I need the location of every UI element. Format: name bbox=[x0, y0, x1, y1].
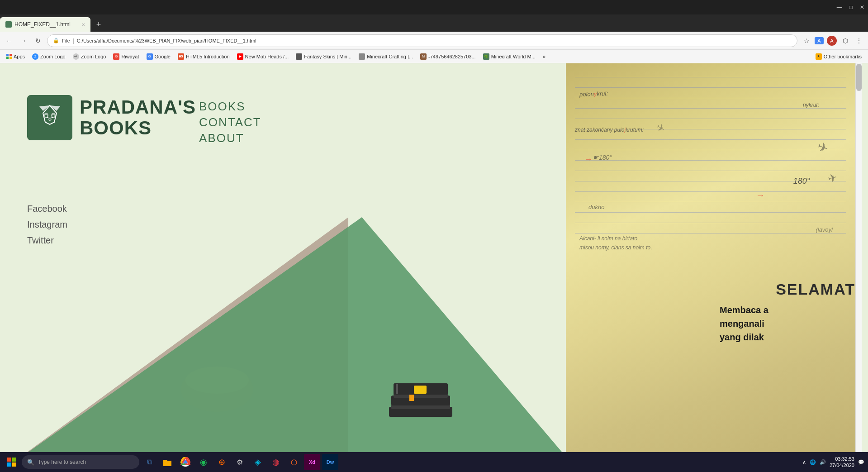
bookmark-mobheads-label: New Mob Heads /... bbox=[245, 54, 289, 59]
nav-contact[interactable]: CONTACT bbox=[199, 115, 261, 129]
tab-favicon bbox=[5, 21, 12, 28]
url-protocol: File bbox=[62, 38, 70, 43]
title-bar: — □ ✕ bbox=[0, 0, 868, 14]
bookmark-crafting[interactable]: Minecraft Crafting |... bbox=[356, 52, 416, 61]
volume-icon[interactable]: 🔊 bbox=[820, 459, 826, 465]
bookmark-mobheads[interactable]: ▶ New Mob Heads /... bbox=[234, 52, 292, 61]
svg-rect-24 bbox=[7, 462, 11, 467]
toolbar-icons: ☆ A A ⬡ ⋮ bbox=[801, 35, 864, 46]
bookmark-mcworld-label: Minecraft World M... bbox=[491, 54, 536, 59]
bookmark-html5[interactable]: H5 HTML5 Introduction bbox=[175, 52, 232, 61]
url-text: C:/Users/alfia/Documents/%23WEB_PIAN_FIX… bbox=[77, 38, 256, 43]
back-btn[interactable]: ← bbox=[4, 35, 14, 46]
taskbar-xd[interactable]: Xd bbox=[304, 454, 320, 470]
close-btn[interactable]: ✕ bbox=[860, 4, 864, 10]
bookmark-google-label: Google bbox=[155, 54, 171, 59]
webpage: polonykrul: nykrut: znat zakončany puloj… bbox=[0, 63, 868, 472]
bookmark-more-label: » bbox=[543, 54, 545, 59]
taskbar: 🔍 Type here to search ⧉ ◉ ⊕ ⚙ ◈ ◍ ⬡ Xd D… bbox=[0, 452, 868, 472]
bookmark-mcworld[interactable]: 🌿 Minecraft World M... bbox=[480, 52, 538, 61]
twitter-link[interactable]: Twitter bbox=[27, 235, 67, 246]
taskbar-app8[interactable]: ◍ bbox=[268, 454, 284, 470]
taskbar-chrome[interactable] bbox=[177, 454, 194, 470]
bookmark-other[interactable]: ★ Other bookmarks bbox=[813, 52, 864, 61]
taskbar-app4[interactable]: ◉ bbox=[195, 454, 212, 470]
taskbar-app5[interactable]: ⊕ bbox=[213, 454, 230, 470]
taskbar-steam[interactable]: ⚙ bbox=[232, 454, 248, 470]
nav-about[interactable]: ABOUT bbox=[199, 131, 261, 145]
start-button[interactable] bbox=[4, 454, 20, 470]
tray-chevron[interactable]: ∧ bbox=[802, 459, 806, 465]
bookmarks-bar: Apps Z Zoom Logo ↩ Zoom Logo G Riwayat G… bbox=[0, 50, 868, 63]
svg-marker-13 bbox=[47, 119, 52, 121]
search-bar[interactable]: 🔍 Type here to search bbox=[22, 455, 139, 469]
taskbar-dw[interactable]: Dw bbox=[322, 454, 338, 470]
bookmark-riwayat[interactable]: G Riwayat bbox=[110, 52, 142, 61]
minimize-btn[interactable]: — bbox=[837, 4, 842, 10]
book-stack-area bbox=[384, 371, 457, 427]
sub-text-line1: Membaca a bbox=[720, 303, 855, 317]
bookmark-zoom1-label: Zoom Logo bbox=[40, 54, 66, 59]
clock[interactable]: 03:32:53 27/04/2020 bbox=[830, 456, 854, 469]
new-tab-btn[interactable]: + bbox=[90, 17, 107, 32]
bookmark-riwayat-label: Riwayat bbox=[121, 54, 139, 59]
bookmark-more[interactable]: » bbox=[540, 53, 548, 60]
tab-close-btn[interactable]: ✕ bbox=[81, 22, 85, 27]
network-icon[interactable]: 🌐 bbox=[810, 459, 816, 465]
brand-name-line1: PRADANA'S bbox=[80, 97, 196, 118]
taskbar-task-view[interactable]: ⧉ bbox=[141, 454, 157, 470]
svg-point-12 bbox=[52, 115, 55, 117]
sub-text: Membaca a menganali yang dilak bbox=[720, 303, 855, 344]
svg-point-11 bbox=[45, 115, 47, 117]
bookmark-num-label: -749756462825703... bbox=[428, 54, 476, 59]
extensions-btn[interactable]: ⬡ bbox=[840, 35, 851, 46]
svg-marker-8 bbox=[50, 105, 60, 111]
scrollbar[interactable] bbox=[855, 63, 862, 472]
tab-bar: HOME_FIXED__1.html ✕ + bbox=[0, 14, 868, 32]
bookmark-apps[interactable]: Apps bbox=[4, 53, 28, 60]
maximize-btn[interactable]: □ bbox=[849, 4, 853, 10]
bookmark-zoom2[interactable]: ↩ Zoom Logo bbox=[70, 52, 109, 61]
svg-rect-21 bbox=[396, 384, 398, 394]
url-protocol-icon: 🔒 bbox=[53, 38, 59, 43]
windows-logo-icon bbox=[7, 458, 16, 467]
bookmark-zoom1[interactable]: Z Zoom Logo bbox=[29, 52, 68, 61]
svg-marker-7 bbox=[39, 105, 50, 111]
taskbar-file-explorer[interactable] bbox=[159, 454, 175, 470]
active-tab[interactable]: HOME_FIXED__1.html ✕ bbox=[0, 17, 90, 32]
taskbar-app7[interactable]: ◈ bbox=[250, 454, 266, 470]
translate-btn[interactable]: A bbox=[815, 37, 824, 44]
nav-books[interactable]: BOOKS bbox=[199, 100, 261, 114]
bookmark-num[interactable]: M -749756462825703... bbox=[417, 52, 479, 61]
tab-title: HOME_FIXED__1.html bbox=[14, 21, 71, 28]
page-content: polonykrul: nykrut: znat zakončany puloj… bbox=[0, 63, 862, 472]
nav-menu: BOOKS CONTACT ABOUT bbox=[199, 100, 261, 145]
star-btn[interactable]: ☆ bbox=[801, 35, 812, 46]
profile-btn[interactable]: A bbox=[826, 35, 837, 46]
chrome-icon bbox=[180, 457, 190, 467]
book-stack-icon bbox=[384, 371, 457, 425]
system-tray: ∧ 🌐 🔊 03:32:53 27/04/2020 💬 bbox=[802, 456, 864, 469]
forward-btn[interactable]: → bbox=[18, 35, 29, 46]
bookmark-google[interactable]: G Google bbox=[144, 52, 173, 61]
bookmark-zoom2-label: Zoom Logo bbox=[81, 54, 106, 59]
menu-btn[interactable]: ⋮ bbox=[854, 35, 864, 46]
url-bar[interactable]: 🔒 File | C:/Users/alfia/Documents/%23WEB… bbox=[47, 34, 797, 47]
brand-name: PRADANA'S BOOKS bbox=[80, 97, 196, 138]
sub-text-line3: yang dilak bbox=[720, 330, 855, 344]
bookmark-apps-label: Apps bbox=[14, 54, 25, 59]
notebook-lines bbox=[575, 77, 846, 463]
clock-date: 27/04/2020 bbox=[830, 462, 854, 468]
svg-rect-25 bbox=[12, 462, 16, 467]
taskbar-app9[interactable]: ⬡ bbox=[286, 454, 302, 470]
refresh-btn[interactable]: ↻ bbox=[33, 35, 43, 46]
bookmark-fantasy[interactable]: Fantasy Skins | Min... bbox=[293, 52, 354, 61]
facebook-link[interactable]: Facebook bbox=[27, 204, 67, 214]
svg-rect-20 bbox=[414, 386, 427, 394]
svg-rect-23 bbox=[12, 458, 16, 462]
instagram-link[interactable]: Instagram bbox=[27, 219, 67, 230]
notification-icon[interactable]: 💬 bbox=[858, 459, 864, 465]
selamat-text: SELAMAT bbox=[776, 281, 855, 298]
svg-rect-22 bbox=[7, 458, 11, 462]
scrollbar-thumb[interactable] bbox=[856, 64, 862, 91]
